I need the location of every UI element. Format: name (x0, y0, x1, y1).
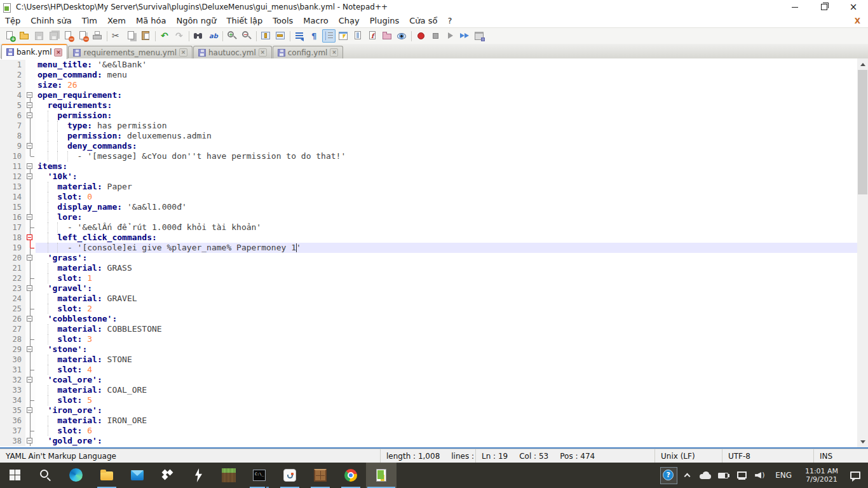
menu-item-t-m[interactable]: Tìm (77, 15, 102, 27)
taskbar-button-minecraft[interactable] (214, 463, 244, 488)
code-line[interactable]: 4open_requirement: (0, 90, 857, 100)
macro-stop-icon[interactable] (429, 29, 442, 43)
fold-toggle-icon[interactable] (25, 111, 36, 121)
taskbar-button-file-explorer[interactable] (92, 463, 122, 488)
code-line[interactable]: 1menu_title: '&e&lBank' (0, 60, 857, 70)
code-line[interactable]: 27 material: COBBLESTONE (0, 324, 857, 334)
tab-bank.yml[interactable]: bank.yml× (1, 44, 67, 59)
user-defined-dialog-icon[interactable] (337, 29, 350, 43)
menu-item-m-h-a[interactable]: Mã hóa (131, 15, 171, 27)
new-file-icon[interactable] (3, 29, 17, 43)
taskbar-button-chrome[interactable] (336, 463, 366, 488)
menu-item-macro[interactable]: Macro (298, 15, 333, 27)
close-button[interactable]: × (839, 0, 868, 14)
close-all-icon[interactable] (76, 29, 90, 43)
fold-toggle-icon[interactable] (25, 344, 36, 355)
code-line[interactable]: 32 'coal_ore': (0, 375, 857, 385)
menu-item-ch-y[interactable]: Chạy (334, 15, 365, 27)
network-icon[interactable] (735, 467, 751, 484)
copy-icon[interactable] (125, 29, 138, 43)
function-list-icon[interactable] (366, 29, 379, 43)
menu-item-plugins[interactable]: Plugins (365, 15, 405, 27)
menu-item-tools[interactable]: Tools (268, 15, 298, 27)
taskbar-button-crafting-table[interactable] (305, 463, 336, 488)
zoom-in-icon[interactable] (226, 29, 239, 43)
code-line[interactable]: 3size: 26 (0, 80, 857, 90)
word-wrap-icon[interactable] (293, 29, 306, 43)
taskbar-button-dropbox[interactable] (153, 463, 183, 488)
code-line[interactable]: 11items: (0, 161, 857, 172)
tab-close-icon[interactable]: × (179, 48, 187, 57)
fold-toggle-icon[interactable] (25, 436, 36, 446)
code-line[interactable]: 16 lore: (0, 212, 857, 222)
folder-workspace-icon[interactable] (381, 29, 394, 43)
code-line[interactable]: 36 material: IRON_ORE (0, 416, 857, 426)
tab-close-icon[interactable]: × (330, 48, 338, 57)
doc-map-icon[interactable] (351, 29, 365, 43)
onedrive-icon[interactable] (698, 467, 714, 484)
code-line[interactable]: 35 'iron_ore': (0, 405, 857, 416)
help-tray-icon[interactable] (660, 467, 677, 484)
close-document-button[interactable]: X (855, 17, 868, 25)
code-line[interactable]: 14 slot: 0 (0, 192, 857, 202)
code-line[interactable]: 30 material: STONE (0, 355, 857, 365)
fold-toggle-icon[interactable] (25, 90, 36, 100)
scroll-up-arrow[interactable] (857, 58, 868, 69)
code-line[interactable]: 8 permission: deluxemenus.admin (0, 131, 857, 141)
taskbar-button-command-prompt[interactable] (244, 463, 275, 488)
code-line[interactable]: 23 'gravel': (0, 283, 857, 294)
macro-run-multiple-icon[interactable] (458, 29, 471, 43)
code-line[interactable]: 31 slot: 4 (0, 365, 857, 375)
code-line[interactable]: 25 slot: 2 (0, 304, 857, 314)
editor-area[interactable]: 1menu_title: '&e&lBank'2open_command: me… (0, 58, 868, 447)
code-line[interactable]: 34 slot: 5 (0, 395, 857, 405)
fold-toggle-icon[interactable] (25, 375, 36, 385)
macro-record-icon[interactable] (414, 29, 428, 43)
menu-item-ch-nh-s-a[interactable]: Chỉnh sửa (25, 15, 77, 27)
code-line[interactable]: 15 display_name: '&a&l1.000đ' (0, 202, 857, 212)
fold-toggle-icon[interactable] (25, 253, 36, 263)
taskbar-button-java[interactable] (275, 463, 305, 488)
close-file-icon[interactable] (62, 29, 75, 43)
fold-toggle-icon[interactable] (25, 172, 36, 182)
redo-icon[interactable] (173, 29, 186, 43)
code-line[interactable]: 38 'gold_ore': (0, 436, 857, 446)
code-line[interactable]: 29 'stone': (0, 344, 857, 355)
replace-icon[interactable] (207, 29, 220, 43)
print-icon[interactable] (91, 29, 104, 43)
taskbar-button-mail[interactable] (122, 463, 153, 488)
code-line[interactable]: 7 type: has permission (0, 121, 857, 131)
battery-icon[interactable] (716, 467, 733, 484)
fold-toggle-icon[interactable] (25, 161, 36, 172)
volume-icon[interactable] (753, 467, 770, 484)
menu-item-t-p[interactable]: Tệp (0, 15, 25, 27)
code-line[interactable]: 26 'cobblestone': (0, 314, 857, 324)
chevron-up-icon[interactable] (679, 467, 696, 484)
menu-item-thi-t-l-p[interactable]: Thiết lập (221, 15, 268, 27)
show-all-chars-icon[interactable] (308, 29, 321, 43)
menu-item-xem[interactable]: Xem (102, 15, 131, 27)
undo-icon[interactable] (158, 29, 172, 43)
menu-item-ng-n-ng-[interactable]: Ngôn ngữ (171, 15, 221, 27)
code-line[interactable]: 28 slot: 3 (0, 334, 857, 344)
code-line[interactable]: 12 '10k': (0, 172, 857, 182)
scroll-down-arrow[interactable] (857, 437, 868, 447)
sync-vertical-icon[interactable] (259, 29, 273, 43)
code-line[interactable]: 2open_command: menu (0, 70, 857, 80)
fold-toggle-icon[interactable] (25, 314, 36, 324)
menu-item-c-a-s-[interactable]: Cửa sổ (404, 15, 442, 27)
code-line[interactable]: 37 slot: 6 (0, 426, 857, 436)
code-line[interactable]: 21 material: GRASS (0, 263, 857, 273)
fold-toggle-icon[interactable] (25, 212, 36, 222)
taskbar-button-search[interactable] (31, 463, 61, 488)
open-folder-icon[interactable] (18, 29, 31, 43)
tab-config.yml[interactable]: config.yml× (273, 46, 344, 58)
code-line[interactable]: 22 slot: 1 (0, 273, 857, 283)
monitoring-icon[interactable] (395, 29, 409, 43)
tab-requirements_menu.yml[interactable]: requirements_menu.yml× (68, 46, 193, 58)
indent-guide-icon[interactable] (322, 29, 336, 43)
cut-icon[interactable] (110, 29, 123, 43)
code-line[interactable]: 24 material: GRAVEL (0, 294, 857, 304)
taskbar-button-notepad-plus-plus[interactable] (366, 463, 397, 488)
find-icon[interactable] (192, 29, 205, 43)
